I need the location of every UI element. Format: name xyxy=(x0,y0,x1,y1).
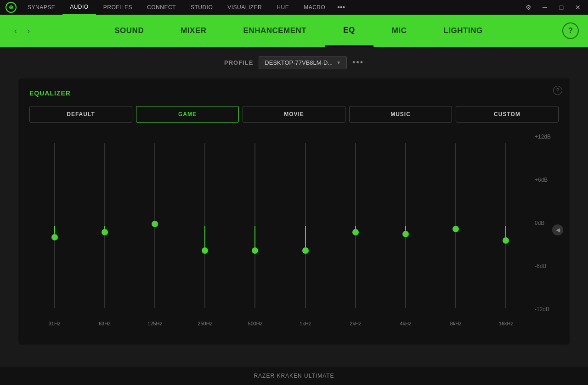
profile-select[interactable]: DESKTOP-77VB8LM-D... ▼ xyxy=(259,56,347,69)
slider-col-1: 63Hz xyxy=(79,134,130,326)
slider-handle-5[interactable] xyxy=(302,247,309,254)
slider-track-container xyxy=(481,134,531,318)
title-nav-item-synapse[interactable]: SYNAPSE xyxy=(20,0,62,15)
slider-track[interactable] xyxy=(455,143,456,308)
slider-track-container xyxy=(29,134,79,318)
slider-freq-label-2: 125Hz xyxy=(147,321,162,326)
title-nav-item-profiles[interactable]: PROFILES xyxy=(96,0,140,15)
slider-track-container xyxy=(230,134,280,318)
slider-track[interactable] xyxy=(254,143,255,308)
slider-handle-3[interactable] xyxy=(202,247,208,254)
preset-btn-default[interactable]: DEFAULT xyxy=(29,106,132,123)
title-nav-item-audio[interactable]: AUDIO xyxy=(62,0,96,15)
logo-icon: ⊛ xyxy=(9,4,13,11)
slider-col-5: 1kHz xyxy=(280,134,330,326)
slider-freq-label-8: 8kHz xyxy=(450,321,462,326)
sub-nav-back[interactable]: ‹ xyxy=(9,24,22,37)
slider-col-0: 31Hz xyxy=(29,134,79,326)
slider-track[interactable] xyxy=(405,143,406,308)
sub-nav-item-mixer[interactable]: MIXER xyxy=(162,15,225,47)
title-nav: SYNAPSEAUDIOPROFILESCONNECTSTUDIOVISUALI… xyxy=(20,0,522,15)
slider-handle-6[interactable] xyxy=(352,229,359,235)
sub-nav: ‹ › SOUNDMIXERENHANCEMENTEQMICLIGHTING ? xyxy=(0,15,588,47)
slider-col-8: 8kHz xyxy=(431,134,481,326)
slider-handle-1[interactable] xyxy=(102,229,108,235)
window-controls: ⚙ ─ □ ✕ xyxy=(522,1,584,14)
slider-freq-label-1: 63Hz xyxy=(99,321,111,326)
slider-freq-label-7: 4kHz xyxy=(400,321,411,326)
chevron-down-icon: ▼ xyxy=(336,60,341,65)
profile-label: PROFILE xyxy=(224,59,253,66)
slider-freq-label-4: 500Hz xyxy=(248,321,263,326)
preset-btn-custom[interactable]: CUSTOM xyxy=(456,106,559,123)
slider-track[interactable] xyxy=(305,143,306,308)
slider-col-2: 125Hz xyxy=(130,134,180,326)
sub-nav-item-mic[interactable]: MIC xyxy=(373,15,425,47)
title-nav-item-macro[interactable]: MACRO xyxy=(296,0,333,15)
slider-col-7: 4kHz xyxy=(380,134,430,326)
slider-freq-label-9: 16kHz xyxy=(499,321,513,326)
db-label: +6dB xyxy=(535,177,559,183)
slider-track-container xyxy=(330,134,380,318)
sub-nav-item-sound[interactable]: SOUND xyxy=(96,15,162,47)
slider-handle-7[interactable] xyxy=(402,231,409,237)
db-label: -12dB xyxy=(535,306,559,312)
minimize-button[interactable]: ─ xyxy=(538,1,551,14)
close-button[interactable]: ✕ xyxy=(571,1,584,14)
slider-col-4: 500Hz xyxy=(230,134,280,326)
title-nav-item-hue[interactable]: HUE xyxy=(269,0,296,15)
profile-more-button[interactable]: ••• xyxy=(352,58,364,67)
slider-track[interactable] xyxy=(204,143,205,308)
slider-track-container xyxy=(130,134,180,318)
slider-track[interactable] xyxy=(104,143,105,308)
slider-handle-2[interactable] xyxy=(152,221,158,227)
slider-col-9: 16kHz xyxy=(481,134,531,326)
device-name: RAZER KRAKEN ULTIMATE xyxy=(254,373,334,379)
preset-btn-music[interactable]: MUSIC xyxy=(349,106,452,123)
main-content: PROFILE DESKTOP-77VB8LM-D... ▼ ••• EQUAL… xyxy=(0,47,588,354)
sub-nav-item-lighting[interactable]: LIGHTING xyxy=(425,15,501,47)
help-button[interactable]: ? xyxy=(562,22,579,39)
slider-track-container xyxy=(180,134,230,318)
slider-freq-label-0: 31Hz xyxy=(49,321,61,326)
sub-nav-item-enhancement[interactable]: ENHANCEMENT xyxy=(225,15,325,47)
db-label: -6dB xyxy=(535,263,559,269)
preset-btn-game[interactable]: GAME xyxy=(136,106,239,123)
slider-track[interactable] xyxy=(505,143,506,308)
slider-col-6: 2kHz xyxy=(330,134,380,326)
slider-track[interactable] xyxy=(54,143,55,308)
title-nav-more[interactable]: ••• xyxy=(333,0,350,15)
slider-track[interactable] xyxy=(154,143,155,308)
eq-sliders: 31Hz63Hz125Hz250Hz500Hz1kHz2kHz4kHz8kHz1… xyxy=(29,134,531,326)
db-label: +12dB xyxy=(535,134,559,140)
title-bar: ⊛ SYNAPSEAUDIOPROFILESCONNECTSTUDIOVISUA… xyxy=(0,0,588,15)
app-logo: ⊛ xyxy=(4,0,18,15)
title-nav-item-studio[interactable]: STUDIO xyxy=(183,0,220,15)
eq-help-button[interactable]: ? xyxy=(553,86,562,95)
slider-freq-label-5: 1kHz xyxy=(300,321,311,326)
preset-buttons: DEFAULTGAMEMOVIEMUSICCUSTOM xyxy=(29,106,559,123)
slider-col-3: 250Hz xyxy=(180,134,230,326)
eq-panel: EQUALIZER ? DEFAULTGAMEMOVIEMUSICCUSTOM … xyxy=(18,78,570,345)
eq-title: EQUALIZER xyxy=(29,89,559,97)
slider-track-container xyxy=(280,134,330,318)
slider-track[interactable] xyxy=(355,143,356,308)
slider-handle-8[interactable] xyxy=(452,226,459,232)
slider-freq-label-3: 250Hz xyxy=(198,321,212,326)
slider-track-container xyxy=(79,134,130,318)
slider-freq-label-6: 2kHz xyxy=(350,321,361,326)
sub-nav-items: SOUNDMIXERENHANCEMENTEQMICLIGHTING xyxy=(35,15,562,47)
slider-handle-0[interactable] xyxy=(51,234,58,240)
sub-nav-item-eq[interactable]: EQ xyxy=(325,15,373,47)
maximize-button[interactable]: □ xyxy=(555,1,568,14)
slider-track-container xyxy=(431,134,481,318)
sub-nav-forward[interactable]: › xyxy=(22,24,35,37)
slider-handle-9[interactable] xyxy=(503,237,509,244)
title-nav-item-connect[interactable]: CONNECT xyxy=(140,0,183,15)
eq-scroll-button[interactable]: ◀ xyxy=(552,224,563,235)
title-nav-item-visualizer[interactable]: VISUALIZER xyxy=(220,0,269,15)
preset-btn-movie[interactable]: MOVIE xyxy=(243,106,345,123)
slider-handle-4[interactable] xyxy=(252,247,258,254)
footer: RAZER KRAKEN ULTIMATE xyxy=(0,367,588,385)
settings-button[interactable]: ⚙ xyxy=(522,1,535,14)
